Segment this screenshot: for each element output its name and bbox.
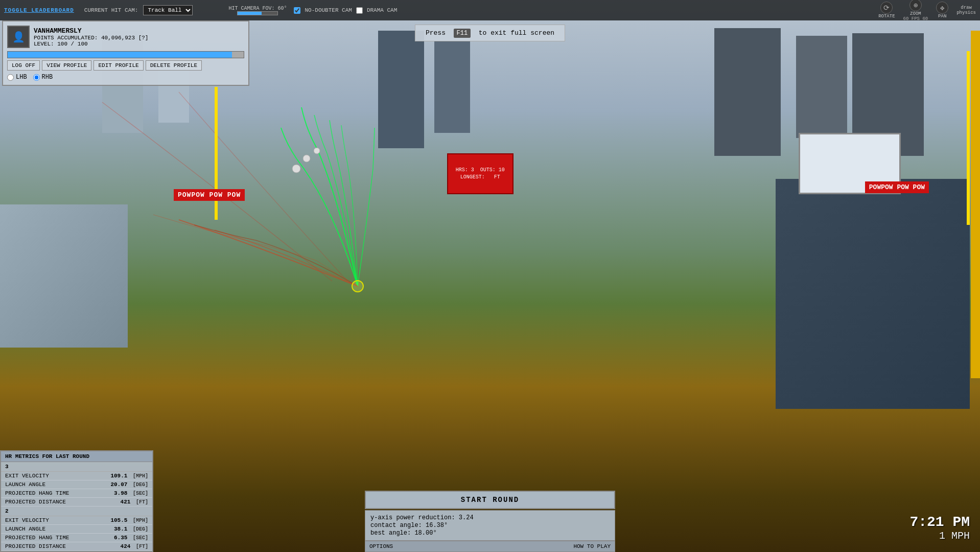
stands-left [0, 204, 128, 348]
view-profile-button[interactable]: VIEW PROFILE [42, 60, 91, 71]
options-button[interactable]: OPTIONS [369, 543, 393, 549]
top-bar: TOGGLE LEADERBOARD CURRENT HIT CAM: Trac… [0, 0, 980, 20]
f11-key: F11 [454, 29, 471, 38]
billboard-right: POWPOW POW POW [865, 181, 929, 193]
cam-options: NO-DOUBTER CAM DRAMA CAM [294, 7, 397, 14]
right-controls: ⟳ ROTATE ⊕ ZOOM 60 FPS 60 ✥ PAN draw phy… [878, 0, 976, 21]
xp-bar-fill [8, 52, 232, 58]
round-2-number: 2 [1, 507, 152, 516]
metric-row: PROJECTED HANG TIME 6.35 [SEC] [1, 534, 152, 542]
fov-label: HIT CAMERA FOV: 60° [228, 6, 287, 11]
y-axis-power-line: y-axis power reduction: 3.24 [370, 514, 610, 521]
xp-bar [7, 51, 244, 58]
rotate-label: ROTATE [878, 14, 895, 19]
stats-info-panel: y-axis power reduction: 3.24 contact ang… [365, 510, 615, 541]
metric-row: LAUNCH ANGLE 38.1 [DEG] [1, 525, 152, 534]
building-6 [796, 36, 847, 138]
rhb-radio-label[interactable]: RHB [33, 74, 53, 81]
foul-pole-right [967, 51, 970, 225]
speed-text: 1 MPH [909, 530, 970, 542]
pan-icon[interactable]: ✥ [936, 2, 948, 14]
metric-row: PROJECTED DISTANCE 421 [FT] [1, 498, 152, 507]
fullscreen-message: Press F11 to exit full screen [415, 25, 565, 41]
metric-row: EXIT VELOCITY 105.5 [MPH] [1, 516, 152, 525]
contact-angle-line: contact angle: 16.38° [370, 522, 610, 529]
hr-metrics-panel: HR METRICS FOR LAST ROUND 3 EXIT VELOCIT… [0, 450, 153, 552]
profile-panel: 👤 VANHAMMERSLY POINTS ACCUMULATED: 40,09… [2, 20, 249, 86]
physics-label: physics [956, 10, 976, 15]
time-display: 7:21 PM 1 MPH [909, 514, 970, 542]
delete-profile-button[interactable]: DELETE PROFILE [146, 60, 202, 71]
draw-label: draw [961, 5, 972, 10]
profile-info: VANHAMMERSLY POINTS ACCUMULATED: 40,096,… [34, 27, 244, 47]
how-to-play-button[interactable]: HOW TO PLAY [573, 543, 611, 549]
points-label: POINTS ACCUMULATED: 40,096,923 [?] [34, 35, 244, 41]
bottom-options-bar: OPTIONS HOW TO PLAY [365, 541, 615, 552]
pitch-circle [352, 280, 364, 292]
bottom-panel: START ROUND y-axis power reduction: 3.24… [365, 491, 615, 552]
current-hit-cam-label: CURRENT HIT CAM: [84, 7, 138, 13]
stands-right [776, 179, 970, 409]
metric-row: LAUNCH ANGLE 20.07 [DEG] [1, 480, 152, 489]
round-3-number: 3 [1, 462, 152, 472]
fps-info: 60 FPS 60 [903, 16, 928, 21]
building-3 [378, 31, 424, 148]
zoom-icon[interactable]: ⊕ [909, 0, 922, 11]
time-text: 7:21 PM [909, 514, 970, 530]
billboard-left: POWPOW POW POW [174, 189, 245, 201]
hr-metrics-header: HR METRICS FOR LAST ROUND [1, 451, 152, 462]
handedness: LHB RHB [7, 74, 244, 81]
avatar: 👤 [7, 26, 30, 48]
rhb-radio[interactable] [33, 74, 40, 81]
profile-header: 👤 VANHAMMERSLY POINTS ACCUMULATED: 40,09… [7, 26, 244, 48]
no-doubter-cam-checkbox[interactable] [294, 7, 300, 14]
drama-cam-label: DRAMA CAM [367, 7, 397, 13]
rotate-container: ⟳ ROTATE [878, 2, 895, 19]
lhb-radio[interactable] [7, 74, 14, 81]
best-angle-line: best angle: 18.00° [370, 530, 610, 537]
profile-buttons: LOG OFF VIEW PROFILE EDIT PROFILE DELETE… [7, 60, 244, 71]
metric-row: PROJECTED DISTANCE 424 [FT] [1, 542, 152, 551]
fov-bar [237, 11, 278, 15]
yellow-bar-right [971, 31, 980, 378]
metric-row: PROJECTED HANG TIME 3.98 [SEC] [1, 489, 152, 498]
lhb-radio-label[interactable]: LHB [7, 74, 27, 81]
zoom-container: ⊕ ZOOM 60 FPS 60 [903, 0, 928, 21]
fov-fill [238, 12, 262, 15]
toggle-leaderboard-button[interactable]: TOGGLE LEADERBOARD [4, 7, 74, 13]
edit-profile-button[interactable]: EDIT PROFILE [94, 60, 143, 71]
hit-cam-select[interactable]: Track Ball Batter Cam Free Cam [143, 5, 193, 15]
start-round-button[interactable]: START ROUND [365, 491, 615, 509]
exit-label: to exit full screen [479, 29, 554, 37]
press-label: Press [426, 29, 446, 37]
username: VANHAMMERSLY [34, 27, 244, 35]
no-doubter-cam-label: NO-DOUBTER CAM [305, 7, 352, 13]
pan-label: PAN [938, 14, 946, 19]
rotate-icon[interactable]: ⟳ [880, 2, 893, 14]
drama-cam-checkbox[interactable] [356, 7, 363, 14]
building-5 [714, 28, 781, 156]
zoom-label: ZOOM [910, 11, 921, 16]
log-off-button[interactable]: LOG OFF [7, 60, 40, 71]
fov-container: HIT CAMERA FOV: 60° [228, 6, 287, 15]
pan-container: ✥ PAN [936, 2, 948, 19]
building-4 [434, 41, 470, 133]
metric-row: EXIT VELOCITY 109.1 [MPH] [1, 472, 152, 480]
metrics-scroll[interactable]: 3 EXIT VELOCITY 109.1 [MPH] LAUNCH ANGLE… [1, 462, 152, 551]
scoreboard-center: HRS: 3 OUTS: 10 LONGEST: FT [447, 153, 514, 194]
level-label: LEVEL: 100 / 100 [34, 41, 244, 47]
